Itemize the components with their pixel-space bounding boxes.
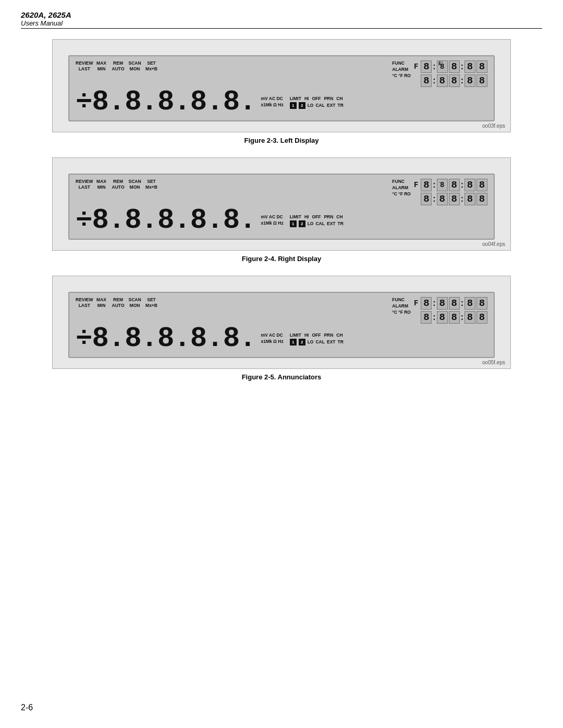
right-ann-row2-3: 1 2 LO CAL EXT TR (290, 339, 344, 346)
header-subtitle: Users Manual (21, 19, 542, 27)
main-row-1: ÷8.8.8.8.8. mV AC DC x1Mk Ω Hz LIMIT HI … (76, 88, 487, 116)
caption-1: Figure 2-3. Left Display (21, 137, 542, 144)
caption-2: Figure 2-4. Right Display (21, 255, 542, 263)
ann-set-3: SET Mx+B (143, 297, 160, 308)
right-ann-1: LIMIT HI OFF PRN CH 1 2 LO CAL EXT TR (290, 96, 344, 109)
ms-3: 8 (449, 60, 460, 73)
units-3: mV AC DC x1Mk Ω Hz (261, 332, 283, 345)
main-row-3: ÷8.8.8.8.8. mV AC DC x1Mk Ω Hz LIMIT HI … (76, 325, 487, 353)
right-ann-3: LIMIT HI OFF PRN CH 1 2 LO CAL EXT TR (290, 332, 344, 346)
ms-6: 8 (421, 75, 432, 87)
main-digits-2: ÷8.8.8.8.8. (76, 206, 255, 235)
figure-3-container: REVIEW LAST MAX MIN REM AUTO SCAN MON (52, 276, 511, 369)
ann-func-3: FUNC ALARM °C °F RO (392, 297, 411, 316)
display-1: REVIEW LAST MAX MIN REM AUTO SCAN MON (68, 55, 495, 121)
caption-3: Figure 2-5. Annunciators (21, 373, 542, 381)
display-2: REVIEW LAST MAX MIN REM AUTO SCAN MON (68, 174, 495, 240)
page-number: 2-6 (21, 703, 33, 712)
ann-row-2: REVIEW LAST MAX MIN REM AUTO SCAN MON (76, 179, 487, 205)
ann-row-3: REVIEW LAST MAX MIN REM AUTO SCAN MON (76, 297, 487, 324)
figure-2-container: REVIEW LAST MAX MIN REM AUTO SCAN MON (52, 157, 511, 251)
badge-1: 1 (290, 102, 297, 109)
ann-set: SET Mx+B (143, 60, 160, 71)
header-title: 2620A, 2625A (21, 10, 542, 19)
mini-row-top-3: F 8 : 8 8 : 8 8 (414, 297, 487, 310)
ann-rem-3: REM AUTO (110, 297, 127, 308)
ann-review: REVIEW LAST (76, 60, 93, 71)
ann-rem-2: REM AUTO (110, 179, 127, 190)
main-digits-1: ÷8.8.8.8.8. (76, 88, 255, 116)
ann-set-2: SET Mx+B (143, 179, 160, 190)
ms-2: 8̈ 8 (437, 60, 448, 73)
ann-labels-left-3: REVIEW LAST MAX MIN REM AUTO SCAN MON (76, 297, 389, 308)
ms-1: 8 (421, 60, 432, 73)
units-2: mV AC DC x1Mk Ω Hz (261, 214, 283, 227)
ann-max-2: MAX MIN (93, 179, 110, 190)
ms-10: 8 (476, 75, 487, 87)
fileref-3: oo05f.eps (482, 360, 505, 365)
mini-row-top-1: F 8 : 8̈ 8 8 : 8 8 (414, 60, 487, 73)
ann-review-3: REVIEW LAST (76, 297, 93, 308)
ann-scan: SCAN MON (127, 60, 143, 71)
right-segs-2: F 8 : ·8 8 : 8 8 F 8 : 8 8 (414, 179, 487, 205)
page-header: 2620A, 2625A Users Manual (21, 10, 542, 29)
right-ann-2: LIMIT HI OFF PRN CH 1 2 LO CAL EXT TR (290, 214, 344, 227)
units-1: mV AC DC x1Mk Ω Hz (261, 96, 283, 108)
right-ann-row1-3: LIMIT HI OFF PRN CH (290, 332, 344, 338)
ann-func-1: FUNC ALARM °C °F RO (392, 60, 411, 79)
ms-9: 8 (464, 75, 475, 87)
badge-2: 2 (299, 102, 305, 109)
ann-labels-left-2: REVIEW LAST MAX MIN REM AUTO SCAN MON (76, 179, 389, 190)
figure-1: REVIEW LAST MAX MIN REM AUTO SCAN MON (21, 39, 542, 144)
right-segs-1: F 8 : 8̈ 8 8 : 8 8 F 8 (414, 60, 487, 87)
fileref-1: oo03f.eps (482, 123, 505, 129)
mini-row-bot-1: F 8 : 8 8 : 8 8 (414, 75, 487, 87)
figure-3: REVIEW LAST MAX MIN REM AUTO SCAN MON (21, 276, 542, 381)
ann-review-2: REVIEW LAST (76, 179, 93, 190)
display-3: REVIEW LAST MAX MIN REM AUTO SCAN MON (68, 292, 495, 358)
ann-scan-2: SCAN MON (127, 179, 143, 190)
figure-1-container: REVIEW LAST MAX MIN REM AUTO SCAN MON (52, 39, 511, 132)
ann-scan-3: SCAN MON (127, 297, 143, 308)
ann-labels-left: REVIEW LAST MAX MIN REM AUTO SCAN MON (76, 60, 389, 71)
ann-max: MAX MIN (93, 60, 110, 71)
main-row-2: ÷8.8.8.8.8. mV AC DC x1Mk Ω Hz LIMIT HI … (76, 206, 487, 235)
right-ann-row1-2: LIMIT HI OFF PRN CH (290, 214, 344, 219)
right-ann-row2-1: 1 2 LO CAL EXT TR (290, 102, 344, 109)
ms-4: 8 (464, 60, 475, 73)
ann-func-2: FUNC ALARM °C °F RO (392, 179, 411, 198)
mini-row-top-2: F 8 : ·8 8 : 8 8 (414, 179, 487, 191)
mini-row-bot-2: F 8 : 8 8 : 8 8 (414, 193, 487, 205)
mini-row-bot-3: F 8 : 8 8 : 8 8 (414, 311, 487, 324)
right-segs-3: F 8 : 8 8 : 8 8 F 8 : 8 8 (414, 297, 487, 324)
ann-rem: REM AUTO (110, 60, 127, 71)
ann-max-3: MAX MIN (93, 297, 110, 308)
main-digits-3: ÷8.8.8.8.8. (76, 325, 255, 353)
right-ann-row2-2: 1 2 LO CAL EXT TR (290, 220, 344, 227)
ms-8: 8 (449, 75, 460, 87)
fileref-2: oo04f.eps (482, 241, 505, 247)
ms-7: 8 (437, 75, 448, 87)
ms-5: 8 (476, 60, 487, 73)
right-ann-row1-1: LIMIT HI OFF PRN CH (290, 96, 344, 101)
ann-row-1: REVIEW LAST MAX MIN REM AUTO SCAN MON (76, 60, 487, 87)
figure-2: REVIEW LAST MAX MIN REM AUTO SCAN MON (21, 157, 542, 263)
